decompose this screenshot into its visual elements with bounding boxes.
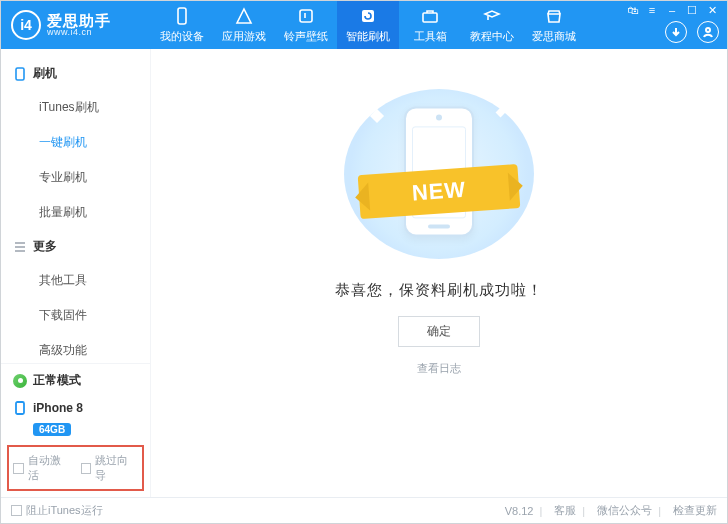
- checkbox-icon: [13, 463, 24, 474]
- device-mode[interactable]: 正常模式: [1, 364, 150, 397]
- status-dot-icon: [13, 374, 27, 388]
- nav-label: 我的设备: [160, 29, 204, 44]
- status-bar: 阻止iTunes运行 V8.12 | 客服 | 微信公众号 | 检查更新: [1, 497, 727, 523]
- shop-icon: [545, 7, 563, 25]
- checkbox-skip-guide[interactable]: 跳过向导: [81, 453, 139, 483]
- window-controls: 🛍 ≡ – ☐ ✕: [625, 3, 719, 17]
- version-label: V8.12: [505, 505, 534, 517]
- footer-link-update[interactable]: 检查更新: [673, 503, 717, 518]
- device-name: iPhone 8: [33, 401, 83, 415]
- svg-rect-0: [178, 8, 186, 24]
- sidebar-section-flash: 刷机: [1, 57, 150, 90]
- app-header: i4 爱思助手 www.i4.cn 我的设备 应用游戏 铃声壁纸 智能刷机: [1, 1, 727, 49]
- nav-label: 智能刷机: [346, 29, 390, 44]
- sidebar-item-itunes-flash[interactable]: iTunes刷机: [1, 90, 150, 125]
- app-logo: i4 爱思助手 www.i4.cn: [1, 1, 151, 49]
- checkbox-icon: [81, 463, 92, 474]
- section-title: 更多: [33, 238, 57, 255]
- sidebar-item-batch-flash[interactable]: 批量刷机: [1, 195, 150, 230]
- app-title: 爱思助手: [47, 13, 111, 28]
- nav-label: 铃声壁纸: [284, 29, 328, 44]
- music-icon: [297, 7, 315, 25]
- download-icon[interactable]: [665, 21, 687, 43]
- confirm-button[interactable]: 确定: [398, 316, 480, 347]
- maximize-icon[interactable]: ☐: [685, 3, 699, 17]
- minimize-icon[interactable]: –: [665, 3, 679, 17]
- footer-link-wechat[interactable]: 微信公众号: [597, 503, 652, 518]
- app-body: 刷机 iTunes刷机 一键刷机 专业刷机 批量刷机 更多 其他工具 下载固件 …: [1, 49, 727, 497]
- svg-rect-1: [300, 10, 312, 22]
- nav-tutorials[interactable]: 教程中心: [461, 1, 523, 49]
- sidebar-section-more: 更多: [1, 230, 150, 263]
- list-icon: [13, 240, 27, 254]
- nav-label: 应用游戏: [222, 29, 266, 44]
- account-controls: [665, 21, 719, 47]
- svg-rect-6: [16, 402, 24, 414]
- section-title: 刷机: [33, 65, 57, 82]
- nav-flash[interactable]: 智能刷机: [337, 1, 399, 49]
- user-icon[interactable]: [697, 21, 719, 43]
- svg-rect-3: [423, 13, 437, 22]
- sidebar-item-advanced[interactable]: 高级功能: [1, 333, 150, 363]
- apps-icon: [235, 7, 253, 25]
- success-message: 恭喜您，保资料刷机成功啦！: [335, 281, 543, 300]
- top-nav: 我的设备 应用游戏 铃声壁纸 智能刷机 工具箱 教程中心: [151, 1, 625, 49]
- refresh-icon: [359, 7, 377, 25]
- flash-options: 自动激活 跳过向导: [7, 445, 144, 491]
- sidebar-item-pro-flash[interactable]: 专业刷机: [1, 160, 150, 195]
- header-right: 🛍 ≡ – ☐ ✕: [625, 1, 727, 49]
- nav-apps[interactable]: 应用游戏: [213, 1, 275, 49]
- svg-point-4: [706, 28, 710, 32]
- nav-toolbox[interactable]: 工具箱: [399, 1, 461, 49]
- device-info[interactable]: iPhone 8: [1, 397, 150, 417]
- nav-my-device[interactable]: 我的设备: [151, 1, 213, 49]
- close-icon[interactable]: ✕: [705, 3, 719, 17]
- view-log-link[interactable]: 查看日志: [417, 361, 461, 376]
- svg-rect-5: [16, 68, 24, 80]
- menu-icon[interactable]: ≡: [645, 3, 659, 17]
- nav-label: 教程中心: [470, 29, 514, 44]
- sidebar-item-onekey-flash[interactable]: 一键刷机: [1, 125, 150, 160]
- checkbox-icon: [11, 505, 22, 516]
- phone-icon: [13, 401, 27, 415]
- sidebar-bottom: 正常模式 iPhone 8 64GB 自动激活 跳过向导: [1, 363, 150, 497]
- sidebar-item-other-tools[interactable]: 其他工具: [1, 263, 150, 298]
- footer-link-support[interactable]: 客服: [554, 503, 576, 518]
- nav-shop[interactable]: 爱思商城: [523, 1, 585, 49]
- checkbox-block-itunes[interactable]: 阻止iTunes运行: [11, 503, 103, 518]
- cart-icon[interactable]: 🛍: [625, 3, 639, 17]
- device-icon: [173, 7, 191, 25]
- checkbox-auto-activate[interactable]: 自动激活: [13, 453, 71, 483]
- nav-label: 爱思商城: [532, 29, 576, 44]
- success-illustration: NEW: [344, 89, 534, 259]
- svg-rect-2: [362, 10, 374, 22]
- phone-icon: [13, 67, 27, 81]
- graduation-icon: [483, 7, 501, 25]
- logo-icon: i4: [11, 10, 41, 40]
- sidebar-item-download-firmware[interactable]: 下载固件: [1, 298, 150, 333]
- sidebar: 刷机 iTunes刷机 一键刷机 专业刷机 批量刷机 更多 其他工具 下载固件 …: [1, 49, 151, 497]
- mode-label: 正常模式: [33, 372, 81, 389]
- nav-label: 工具箱: [414, 29, 447, 44]
- nav-ringtones[interactable]: 铃声壁纸: [275, 1, 337, 49]
- toolbox-icon: [421, 7, 439, 25]
- device-capacity-badge: 64GB: [33, 419, 150, 437]
- app-url: www.i4.cn: [47, 28, 111, 37]
- main-panel: NEW 恭喜您，保资料刷机成功啦！ 确定 查看日志: [151, 49, 727, 497]
